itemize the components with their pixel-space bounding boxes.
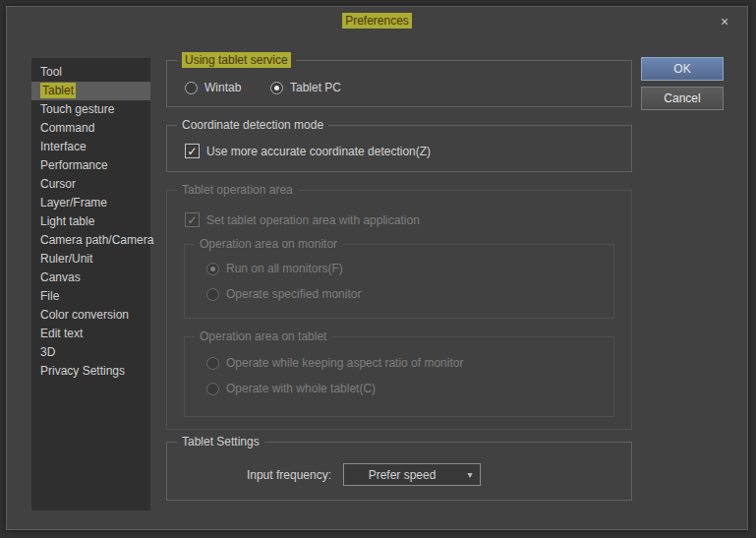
ok-button[interactable]: OK xyxy=(641,57,724,81)
group-label-service: Using tablet service xyxy=(177,53,296,67)
sidebar-item-light-table[interactable]: Light table xyxy=(31,212,150,231)
group-label-monitor: Operation area on monitor xyxy=(195,237,342,251)
sidebar-item-canvas[interactable]: Canvas xyxy=(31,269,150,287)
radio-operate-specified-monitor: Operate specified monitor xyxy=(206,287,361,301)
chevron-down-icon: ▾ xyxy=(460,469,480,480)
radio-wintab[interactable]: Wintab xyxy=(185,81,241,94)
radio-icon-disabled xyxy=(206,288,219,301)
title-bar: Preferences × xyxy=(7,7,747,36)
checkbox-set-operation-area: ✓ Set tablet operation area with applica… xyxy=(185,212,420,227)
sidebar-item-ruler-unit[interactable]: Ruler/Unit xyxy=(31,250,150,269)
category-sidebar: Tool Tablet Touch gesture Command Interf… xyxy=(31,58,150,510)
group-operation-area-monitor: Operation area on monitor Run on all mon… xyxy=(184,244,614,319)
group-label-coordinate: Coordinate detection mode xyxy=(177,118,328,132)
radio-tablet-pc[interactable]: Tablet PC xyxy=(270,81,341,94)
cancel-button[interactable]: Cancel xyxy=(641,87,724,110)
sidebar-item-cursor[interactable]: Cursor xyxy=(31,175,150,194)
checkbox-icon-disabled-checked: ✓ xyxy=(185,212,200,227)
radio-keep-aspect-ratio: Operate while keeping aspect ratio of mo… xyxy=(206,356,463,370)
group-tablet-settings: Tablet Settings Input frequency: Prefer … xyxy=(166,442,632,501)
group-using-tablet-service: Using tablet service Wintab Tablet PC xyxy=(166,60,632,107)
sidebar-item-performance[interactable]: Performance xyxy=(31,156,150,175)
sidebar-item-color-conversion[interactable]: Color conversion xyxy=(31,306,150,325)
input-frequency-dropdown[interactable]: Prefer speed ▾ xyxy=(343,463,481,486)
sidebar-item-camera-path[interactable]: Camera path/Camera xyxy=(31,231,150,250)
group-label-settings: Tablet Settings xyxy=(177,435,264,448)
group-label-operation-area: Tablet operation area xyxy=(177,183,298,197)
sidebar-item-file[interactable]: File xyxy=(31,287,150,306)
preferences-dialog: Preferences × Tool Tablet Touch gesture … xyxy=(6,6,748,530)
sidebar-item-privacy-settings[interactable]: Privacy Settings xyxy=(31,362,150,381)
group-operation-area-tablet: Operation area on tablet Operate while k… xyxy=(184,336,614,417)
radio-icon-disabled xyxy=(206,357,219,370)
sidebar-item-interface[interactable]: Interface xyxy=(31,138,150,156)
radio-icon-selected[interactable] xyxy=(270,82,283,94)
sidebar-item-layer-frame[interactable]: Layer/Frame xyxy=(31,194,150,212)
radio-icon-disabled-selected xyxy=(206,263,219,275)
checkbox-accurate-coordinate[interactable]: ✓ Use more accurate coordinate detection… xyxy=(185,144,431,158)
input-frequency-label: Input frequency: xyxy=(247,468,331,482)
radio-run-all-monitors: Run on all monitors(F) xyxy=(206,262,343,275)
dropdown-value: Prefer speed xyxy=(344,468,460,482)
sidebar-item-3d[interactable]: 3D xyxy=(31,343,150,362)
window-title: Preferences xyxy=(7,14,747,28)
sidebar-item-touch-gesture[interactable]: Touch gesture xyxy=(31,100,150,119)
sidebar-item-command[interactable]: Command xyxy=(31,119,150,138)
radio-whole-tablet: Operate with whole tablet(C) xyxy=(206,382,376,395)
radio-icon-disabled xyxy=(206,383,219,395)
sidebar-item-tablet[interactable]: Tablet xyxy=(31,82,150,100)
sidebar-item-tool[interactable]: Tool xyxy=(31,63,150,82)
group-label-tablet-area: Operation area on tablet xyxy=(195,329,331,343)
group-tablet-operation-area: Tablet operation area ✓ Set tablet opera… xyxy=(166,190,632,430)
radio-icon[interactable] xyxy=(185,82,198,94)
checkbox-icon-checked[interactable]: ✓ xyxy=(185,144,200,158)
sidebar-item-edit-text[interactable]: Edit text xyxy=(31,325,150,343)
window-title-text: Preferences xyxy=(342,13,412,29)
group-coordinate-detection: Coordinate detection mode ✓ Use more acc… xyxy=(166,125,632,172)
close-icon[interactable]: × xyxy=(716,13,733,30)
